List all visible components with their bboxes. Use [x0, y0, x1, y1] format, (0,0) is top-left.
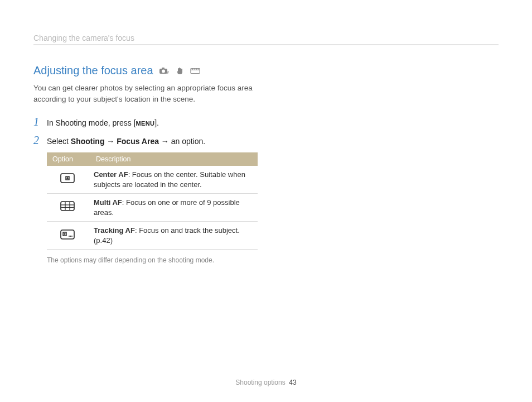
svg-point-24 [70, 236, 71, 237]
col-description: Description [90, 152, 258, 166]
option-name: Tracking AF [94, 226, 135, 234]
intro-text: You can get clearer photos by selecting … [33, 83, 257, 104]
multi-af-icon [60, 201, 75, 214]
breadcrumb: Changing the camera's focus [33, 34, 499, 45]
svg-rect-1 [162, 68, 165, 69]
svg-point-2 [162, 69, 165, 73]
center-af-icon [60, 173, 75, 186]
cell-desc: Center AF: Focus on the center. Suitable… [90, 166, 258, 194]
option-name: Center AF [94, 170, 128, 179]
svg-point-25 [71, 236, 72, 237]
menu-path-focus-area: Focus Area [117, 137, 159, 146]
section-title: Adjusting the focus area [33, 64, 153, 77]
step-number: 1 [33, 116, 41, 128]
menu-path-shooting: Shooting [71, 137, 105, 146]
svg-text:P: P [167, 71, 169, 74]
table-row: Tracking AF: Focus on and track the subj… [47, 222, 258, 250]
note-text: The options may differ depending on the … [47, 256, 499, 264]
step-tail: an option. [171, 137, 206, 146]
arrow: → [159, 137, 171, 146]
step-number: 2 [33, 134, 41, 147]
scene-icon [190, 67, 200, 75]
step-text: Select Shooting → Focus Area → an option… [47, 137, 205, 146]
table-row: Center AF: Focus on the center. Suitable… [47, 166, 258, 194]
page-number: 43 [289, 379, 296, 386]
svg-point-23 [69, 236, 70, 237]
page-footer: Shooting options 43 [0, 379, 532, 386]
footer-section: Shooting options [235, 379, 285, 386]
tracking-af-icon [60, 229, 75, 242]
step-1: 1 In Shooting mode, press [MENU]. [33, 116, 499, 128]
cell-desc: Multi AF: Focus on one or more of 9 poss… [90, 194, 258, 222]
step-prefix: In Shooting mode, press [ [47, 118, 136, 127]
camera-p-icon: P [159, 67, 169, 75]
step-suffix: ]. [154, 118, 159, 127]
option-name: Multi AF [94, 198, 122, 207]
menu-label: MENU [136, 120, 155, 127]
step-2: 2 Select Shooting → Focus Area → an opti… [33, 134, 499, 147]
svg-rect-14 [61, 202, 74, 210]
col-option: Option [47, 152, 90, 166]
hand-icon [175, 67, 185, 75]
options-table: Option Description Center AF: Focus on t… [47, 152, 258, 250]
options-table-wrap: Option Description Center AF: Focus on t… [47, 152, 258, 250]
step-prefix: Select [47, 137, 71, 146]
svg-rect-4 [190, 68, 199, 73]
cell-desc: Tracking AF: Focus on and track the subj… [90, 222, 258, 250]
step-text: In Shooting mode, press [MENU]. [47, 118, 159, 127]
arrow: → [104, 137, 117, 146]
table-row: Multi AF: Focus on one or more of 9 poss… [47, 194, 258, 222]
title-row: Adjusting the focus area P [33, 64, 499, 77]
